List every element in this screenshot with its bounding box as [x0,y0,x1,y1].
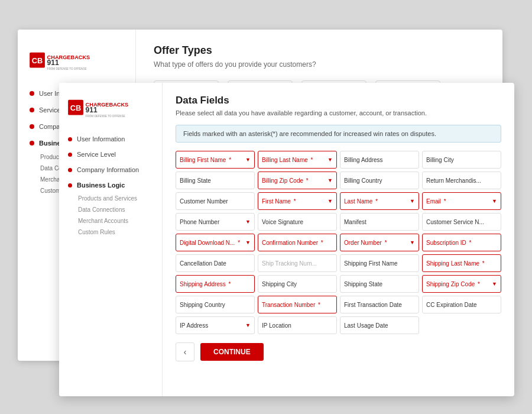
asterisk-icon-18: * [383,240,387,246]
field-label-17: Confirmation Number * [262,240,323,246]
field-label-28: Shipping Country [180,302,225,308]
field-btn-25[interactable]: Shipping City [258,275,337,293]
continue-button[interactable]: CONTINUE [200,343,264,361]
field-btn-11[interactable]: Email *▼ [422,192,501,210]
field-btn-34[interactable]: Last Usage Date [340,316,419,334]
fg-sub-label-merchant: Merchant Accounts [78,218,128,224]
field-btn-30[interactable]: First Transaction Date [340,296,419,313]
asterisk-icon-1: * [309,157,313,163]
field-label-9: First Name * [262,198,296,205]
svg-text:FROM DEFENSE TO OFFENSE: FROM DEFENSE TO OFFENSE [47,67,87,70]
field-btn-19[interactable]: Subscription ID * [422,234,501,251]
fg-nav-service-level[interactable]: Service Level [59,147,162,162]
field-label-11: Email * [426,198,446,205]
field-label-27: Shipping Zip Code * [426,281,480,287]
field-btn-26[interactable]: Shipping State [340,275,419,293]
field-label-7: Return Merchandis... [426,177,481,184]
dropdown-arrow-9: ▼ [327,198,333,204]
field-btn-23[interactable]: Shipping Last Name * [422,254,501,272]
field-label-26: Shipping State [344,281,382,287]
fg-sub-dataconn[interactable]: Data Connections [59,204,162,215]
field-btn-15[interactable]: Customer Service N... [422,213,501,231]
field-btn-6[interactable]: Billing Country [340,172,419,189]
field-btn-2[interactable]: Billing Address [340,151,419,169]
field-label-14: Manifest [344,219,366,225]
dropdown-arrow-16: ▼ [245,240,251,245]
field-label-12: Phone Number [180,219,219,225]
field-btn-29[interactable]: Transaction Number * [258,296,337,313]
field-label-33: IP Location [262,322,291,329]
field-btn-1[interactable]: Billing Last Name *▼ [258,151,337,169]
field-btn-24[interactable]: Shipping Address * [176,275,255,293]
field-btn-22[interactable]: Shipping First Name [340,254,419,272]
fg-nav-label-company: Company Information [77,166,139,173]
field-label-4: Billing State [180,177,211,184]
fg-sub-merchant[interactable]: Merchant Accounts [59,215,162,227]
field-label-5: Billing Zip Code * [262,177,309,184]
fg-sidebar: CB CHARGEBACKS 911 FROM DEFENSE TO OFFEN… [59,83,163,396]
asterisk-icon-11: * [442,198,446,205]
field-btn-5[interactable]: Billing Zip Code *▼ [258,172,337,189]
svg-text:911: 911 [86,106,98,114]
fg-nav-business-logic[interactable]: Business Logic [59,177,162,193]
asterisk-icon-10: * [374,198,378,205]
field-btn-12[interactable]: Phone Number▼ [176,213,255,231]
field-btn-32[interactable]: IP Address▼ [176,316,255,334]
field-btn-7[interactable]: Return Merchandis... [422,172,501,189]
fg-sub-products[interactable]: Products and Services [59,193,162,204]
bg-nav-dot-business [30,141,34,145]
fg-nav-label-service: Service Level [77,151,116,158]
fg-nav-dot-service [68,153,72,157]
dropdown-arrow-12: ▼ [245,219,251,225]
field-btn-9[interactable]: First Name *▼ [258,192,337,210]
field-label-3: Billing City [426,157,454,163]
field-btn-16[interactable]: Digital Download N... *▼ [176,234,255,251]
field-btn-10[interactable]: Last Name *▼ [340,192,419,210]
fg-nav-dot-company [68,168,72,172]
field-btn-14[interactable]: Manifest [340,213,419,231]
field-btn-0[interactable]: Billing First Name *▼ [176,151,255,169]
field-label-29: Transaction Number * [262,302,320,308]
field-label-10: Last Name * [344,198,378,205]
fg-nav-company-info[interactable]: Company Information [59,162,162,177]
field-label-24: Shipping Address * [180,281,231,287]
field-btn-28[interactable]: Shipping Country [176,296,255,313]
field-label-32: IP Address [180,322,208,329]
fg-logo: CB CHARGEBACKS 911 FROM DEFENSE TO OFFEN… [59,92,162,131]
fg-nav-user-information[interactable]: User Information [59,131,162,147]
field-btn-20[interactable]: Cancellation Date [176,254,255,272]
field-label-34: Last Usage Date [344,322,388,329]
field-btn-21[interactable]: Ship Tracking Num... [258,254,337,272]
bg-nav-dot-company [30,124,34,129]
field-label-6: Billing Country [344,177,382,184]
field-btn-4[interactable]: Billing State [176,172,255,189]
field-btn-33[interactable]: IP Location [258,316,337,334]
asterisk-icon-29: * [316,302,320,308]
fg-main: Data Fields Please select all data you h… [163,83,514,396]
field-btn-13[interactable]: Voice Signature [258,213,337,231]
field-btn-27[interactable]: Shipping Zip Code *▼ [422,275,501,293]
field-label-2: Billing Address [344,157,383,163]
field-label-25: Shipping City [262,281,297,287]
fg-subtitle: Please select all data you have availabl… [176,109,501,117]
field-btn-31[interactable]: CC Expiration Date [422,296,501,313]
field-btn-3[interactable]: Billing City [422,151,501,169]
field-btn-18[interactable]: Order Number *▼ [340,234,419,251]
fg-nav-label-user: User Information [77,135,125,143]
fg-sub-label-products: Products and Services [78,195,137,202]
fg-title: Data Fields [176,95,501,106]
asterisk-icon-24: * [227,281,231,287]
fg-sub-custom[interactable]: Custom Rules [59,227,162,238]
field-label-0: Billing First Name * [180,157,231,163]
dropdown-arrow-5: ▼ [327,177,333,183]
dropdown-arrow-10: ▼ [410,198,415,204]
bg-offer-subtitle: What type of offers do you provide your … [154,60,485,69]
field-btn-17[interactable]: Confirmation Number * [258,234,337,251]
field-btn-8[interactable]: Customer Number [176,192,255,210]
asterisk-icon-17: * [319,240,323,246]
back-button[interactable]: ‹ [176,342,194,361]
fields-grid: Billing First Name *▼Billing Last Name *… [176,151,501,334]
asterisk-icon-9: * [292,198,296,205]
bg-nav-dot-service [30,108,34,112]
fg-sub-label-custom: Custom Rules [78,229,115,235]
